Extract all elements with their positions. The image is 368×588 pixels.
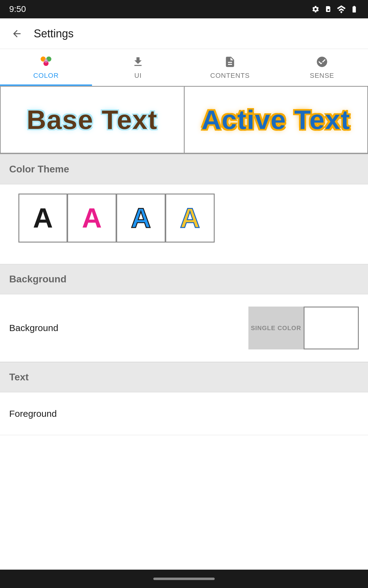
theme-a-pink: A bbox=[82, 202, 102, 234]
theme-option-pink[interactable]: A bbox=[67, 194, 117, 243]
theme-option-blue[interactable]: A bbox=[117, 194, 166, 243]
background-row-label: Background bbox=[9, 323, 58, 333]
ui-tab-icon bbox=[131, 55, 145, 69]
foreground-label: Foreground bbox=[9, 409, 57, 419]
tab-ui[interactable]: UI bbox=[92, 49, 184, 86]
tab-color[interactable]: COLOR bbox=[0, 49, 92, 86]
color-theme-section-header: Color Theme bbox=[0, 154, 368, 184]
status-bar: 9:50 bbox=[0, 0, 368, 18]
base-text-card[interactable]: Base Text bbox=[0, 86, 184, 153]
background-color-options: SINGLE COLOR bbox=[248, 307, 359, 349]
theme-a-black: A bbox=[33, 202, 53, 234]
tab-ui-label: UI bbox=[134, 72, 142, 80]
preview-section: Base Text Active Text bbox=[0, 86, 368, 154]
spacer-1 bbox=[0, 252, 368, 264]
single-color-chip[interactable]: SINGLE COLOR bbox=[248, 307, 304, 349]
sim-icon bbox=[324, 5, 333, 14]
header: Settings bbox=[0, 18, 368, 49]
active-text-card[interactable]: Active Text bbox=[184, 86, 368, 153]
back-button[interactable] bbox=[9, 26, 25, 41]
signal-icon bbox=[350, 5, 359, 14]
tab-contents-label: CONTENTS bbox=[210, 72, 250, 80]
tab-sense-label: SENSE bbox=[310, 72, 334, 80]
bottom-bar bbox=[0, 570, 368, 588]
theme-option-yellow[interactable]: A bbox=[166, 194, 215, 243]
svg-point-3 bbox=[44, 59, 48, 63]
foreground-row: Foreground bbox=[0, 392, 368, 435]
single-color-label: SINGLE COLOR bbox=[251, 325, 301, 332]
color-theme-options: A A A A bbox=[0, 184, 368, 252]
color-tab-icon bbox=[39, 55, 53, 69]
active-text-preview: Active Text bbox=[201, 104, 350, 135]
page-title: Settings bbox=[34, 27, 74, 40]
contents-tab-icon bbox=[223, 55, 237, 69]
white-color-chip[interactable] bbox=[304, 307, 359, 349]
tab-sense[interactable]: SENSE bbox=[276, 49, 368, 86]
text-section-label: Text bbox=[9, 371, 29, 383]
tab-color-label: COLOR bbox=[33, 72, 59, 80]
status-icons bbox=[311, 5, 359, 14]
base-text-preview: Base Text bbox=[27, 104, 158, 135]
theme-a-blue: A bbox=[131, 202, 151, 234]
background-row: Background SINGLE COLOR bbox=[0, 294, 368, 362]
text-section-header: Text bbox=[0, 362, 368, 392]
tabs-container: COLOR UI CONTENTS SENSE bbox=[0, 49, 368, 86]
theme-option-black[interactable]: A bbox=[18, 194, 67, 243]
home-indicator bbox=[153, 578, 215, 580]
status-time: 9:50 bbox=[9, 4, 26, 14]
settings-icon bbox=[311, 5, 320, 14]
theme-a-yellow: A bbox=[180, 202, 200, 234]
background-label: Background bbox=[9, 273, 67, 285]
background-section-header: Background bbox=[0, 264, 368, 294]
sense-tab-icon bbox=[315, 55, 329, 69]
wifi-icon bbox=[337, 5, 346, 14]
color-theme-label: Color Theme bbox=[9, 164, 69, 175]
tab-contents[interactable]: CONTENTS bbox=[184, 49, 276, 86]
